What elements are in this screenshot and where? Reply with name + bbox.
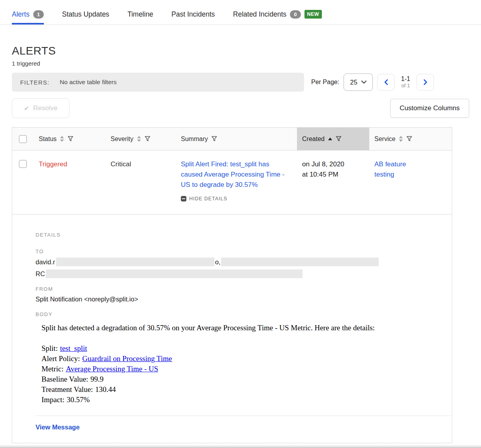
body-label: BODY <box>36 311 452 317</box>
metric-link[interactable]: Average Processing Time - US <box>66 365 158 373</box>
tab-alerts[interactable]: Alerts 1 <box>12 0 44 24</box>
chevron-right-icon <box>424 79 427 85</box>
to-recipient-text: david.r <box>36 258 55 266</box>
per-page-select[interactable]: 25 <box>344 73 373 91</box>
redaction-box <box>221 258 379 266</box>
check-icon: ✔ <box>24 105 29 112</box>
sort-icon[interactable] <box>399 136 403 142</box>
column-created-label: Created <box>302 136 325 143</box>
summary-link[interactable]: Split Alert Fired: test_split has caused… <box>181 160 284 188</box>
tab-related-incidents-label: Related Incidents <box>233 10 286 19</box>
related-incidents-count-badge: 0 <box>290 10 301 19</box>
filter-funnel-icon[interactable] <box>406 136 412 142</box>
chevron-left-icon <box>384 79 388 85</box>
sort-icon[interactable] <box>60 136 64 142</box>
hide-details-toggle[interactable]: HIDE DETAILS <box>181 194 292 204</box>
triggered-count: 1 triggered <box>12 60 469 67</box>
filters-label: FILTERS: <box>20 79 49 86</box>
table-row: Triggered Critical Split Alert Fired: te… <box>12 151 452 215</box>
column-header-service[interactable]: Service <box>369 128 452 150</box>
from-value: Split Notification <noreply@split.io> <box>36 296 452 303</box>
body-field-impact: Impact:30.57% <box>41 395 452 405</box>
sort-asc-icon[interactable] <box>328 137 332 140</box>
column-header-severity[interactable]: Severity <box>105 128 176 150</box>
filter-funnel-icon[interactable] <box>211 136 217 142</box>
field-label: Metric: <box>41 365 64 373</box>
controls-row: FILTERS: No active table filters Per Pag… <box>12 73 469 92</box>
field-label: Impact: <box>41 395 64 404</box>
severity-cell: Critical <box>105 151 176 214</box>
view-message-link[interactable]: View Message <box>36 424 80 431</box>
body-field-metric: Metric:Average Processing Time - US <box>41 364 452 374</box>
select-all-cell <box>12 128 34 150</box>
prev-page-button[interactable] <box>377 74 395 90</box>
alert-details-panel: DETAILS TO david.r o, RC FROM Split Noti… <box>12 215 452 443</box>
body-field-baseline: Baseline Value:99.9 <box>41 374 452 384</box>
status-value: Triggered <box>39 160 67 168</box>
body-field-alert-policy: Alert Policy:Guardrail on Processing Tim… <box>41 354 452 364</box>
customize-columns-button[interactable]: Customize Columns <box>390 99 469 118</box>
page-bottom-edge <box>0 444 481 448</box>
filters-bar[interactable]: FILTERS: No active table filters <box>12 73 304 92</box>
field-value: 30.57% <box>67 395 90 404</box>
tab-alerts-label: Alerts <box>12 10 30 19</box>
sort-icon[interactable] <box>137 136 141 142</box>
pagination: Per Page: 25 1-1 of 1 <box>311 73 434 91</box>
service-cell: AB feature testing <box>369 151 452 214</box>
tab-timeline[interactable]: Timeline <box>128 0 153 24</box>
tab-status-updates[interactable]: Status Updates <box>62 0 109 24</box>
column-header-summary[interactable]: Summary <box>176 128 297 150</box>
field-label: Baseline Value: <box>41 375 88 383</box>
details-title: DETAILS <box>36 232 452 238</box>
field-label: Split: <box>41 344 58 352</box>
to-recipient-text: o, <box>215 258 221 266</box>
severity-value: Critical <box>111 160 131 168</box>
to-label: TO <box>36 248 452 254</box>
email-body: Split has detected a degradation of 30.5… <box>36 323 452 405</box>
redaction-box <box>56 258 214 266</box>
alerts-count-badge: 1 <box>33 10 44 19</box>
page-range: 1-1 of 1 <box>399 75 412 88</box>
tab-related-incidents[interactable]: Related Incidents 0 NEW <box>233 0 322 24</box>
tab-status-updates-label: Status Updates <box>62 10 109 19</box>
column-header-status[interactable]: Status <box>34 128 105 150</box>
column-header-created[interactable]: Created <box>297 128 369 150</box>
alert-policy-link[interactable]: Guardrail on Processing Time <box>82 354 172 363</box>
created-time: at 10:45 PM <box>302 169 365 180</box>
chevron-down-icon <box>361 81 366 84</box>
field-value: 130.44 <box>95 385 116 393</box>
column-summary-label: Summary <box>181 136 208 143</box>
created-cell: on Jul 8, 2020 at 10:45 PM <box>297 151 369 214</box>
per-page-label: Per Page: <box>311 79 339 86</box>
next-page-button[interactable] <box>417 74 434 90</box>
split-link[interactable]: test_split <box>60 344 87 352</box>
tab-bar: Alerts 1 Status Updates Timeline Past In… <box>0 0 481 25</box>
row-checkbox[interactable] <box>19 160 27 168</box>
page-title: ALERTS <box>12 45 469 57</box>
field-label: Treatment Value: <box>41 385 93 393</box>
page-range-of: of 1 <box>399 83 412 89</box>
column-severity-label: Severity <box>111 136 133 143</box>
collapse-minus-icon <box>181 196 186 201</box>
created-date: on Jul 8, 2020 <box>302 159 365 169</box>
service-link[interactable]: AB feature testing <box>374 159 419 180</box>
new-badge: NEW <box>304 10 322 19</box>
row-checkbox-cell <box>12 151 34 214</box>
body-field-split: Split:test_split <box>41 343 452 354</box>
tab-past-incidents-label: Past Incidents <box>171 10 215 19</box>
body-field-treatment: Treatment Value:130.44 <box>41 384 452 395</box>
select-all-checkbox[interactable] <box>19 135 27 143</box>
page-range-value: 1-1 <box>399 75 412 83</box>
filter-funnel-icon[interactable] <box>145 136 150 142</box>
customize-columns-label: Customize Columns <box>400 104 460 112</box>
filter-funnel-icon[interactable] <box>336 136 342 142</box>
hide-details-label: HIDE DETAILS <box>189 194 227 204</box>
column-service-label: Service <box>374 136 395 143</box>
actions-row: ✔ Resolve Customize Columns <box>12 98 469 118</box>
resolve-button[interactable]: ✔ Resolve <box>12 98 70 118</box>
tab-past-incidents[interactable]: Past Incidents <box>171 0 215 24</box>
filter-funnel-icon[interactable] <box>68 136 73 142</box>
summary-cell: Split Alert Fired: test_split has caused… <box>176 151 297 214</box>
email-intro: Split has detected a degradation of 30.5… <box>41 323 452 333</box>
column-status-label: Status <box>39 136 56 143</box>
